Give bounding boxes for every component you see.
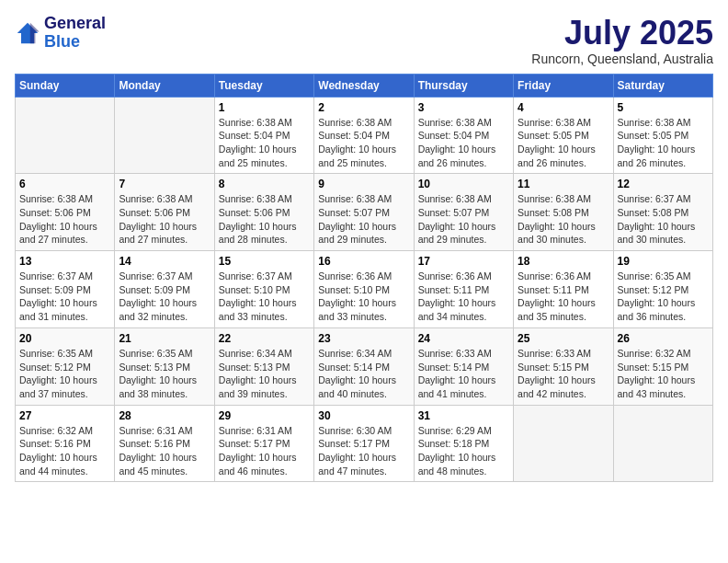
day-number: 7: [119, 178, 210, 190]
calendar-cell: 16Sunrise: 6:36 AM Sunset: 5:10 PM Dayli…: [314, 251, 414, 328]
day-number: 13: [19, 255, 110, 268]
day-info: Sunrise: 6:35 AM Sunset: 5:12 PM Dayligh…: [19, 347, 110, 401]
day-number: 14: [119, 255, 210, 268]
day-number: 20: [19, 332, 110, 345]
day-number: 21: [119, 332, 210, 345]
day-info: Sunrise: 6:37 AM Sunset: 5:09 PM Dayligh…: [19, 270, 110, 324]
day-number: 30: [318, 409, 409, 422]
month-title: July 2025: [531, 15, 713, 52]
day-info: Sunrise: 6:29 AM Sunset: 5:18 PM Dayligh…: [418, 424, 509, 478]
day-info: Sunrise: 6:33 AM Sunset: 5:14 PM Dayligh…: [418, 347, 509, 401]
day-info: Sunrise: 6:32 AM Sunset: 5:15 PM Dayligh…: [618, 347, 709, 401]
day-info: Sunrise: 6:38 AM Sunset: 5:06 PM Dayligh…: [19, 192, 110, 247]
calendar-cell: 18Sunrise: 6:36 AM Sunset: 5:11 PM Dayli…: [514, 251, 613, 328]
calendar-cell: 27Sunrise: 6:32 AM Sunset: 5:16 PM Dayli…: [16, 405, 115, 482]
weekday-header-thursday: Thursday: [414, 74, 513, 97]
day-number: 29: [219, 409, 310, 422]
calendar-table: SundayMondayTuesdayWednesdayThursdayFrid…: [15, 74, 713, 483]
calendar-cell: 7Sunrise: 6:38 AM Sunset: 5:06 PM Daylig…: [115, 174, 214, 251]
day-number: 28: [119, 409, 210, 422]
week-row-1: 1Sunrise: 6:38 AM Sunset: 5:04 PM Daylig…: [16, 97, 713, 174]
calendar-cell: 3Sunrise: 6:38 AM Sunset: 5:04 PM Daylig…: [414, 97, 513, 174]
day-info: Sunrise: 6:37 AM Sunset: 5:10 PM Dayligh…: [219, 270, 310, 324]
day-info: Sunrise: 6:38 AM Sunset: 5:06 PM Dayligh…: [219, 192, 310, 247]
week-row-3: 13Sunrise: 6:37 AM Sunset: 5:09 PM Dayli…: [16, 251, 713, 328]
logo-text-general: General: [44, 15, 106, 33]
day-info: Sunrise: 6:37 AM Sunset: 5:08 PM Dayligh…: [618, 192, 709, 247]
day-info: Sunrise: 6:36 AM Sunset: 5:11 PM Dayligh…: [518, 270, 609, 324]
day-number: 5: [618, 101, 709, 114]
calendar-cell: 10Sunrise: 6:38 AM Sunset: 5:07 PM Dayli…: [414, 174, 513, 251]
calendar-cell: 12Sunrise: 6:37 AM Sunset: 5:08 PM Dayli…: [613, 174, 712, 251]
day-number: 6: [19, 178, 110, 190]
logo: General Blue: [15, 15, 106, 52]
day-info: Sunrise: 6:38 AM Sunset: 5:05 PM Dayligh…: [618, 116, 709, 170]
calendar-cell: 28Sunrise: 6:31 AM Sunset: 5:16 PM Dayli…: [115, 405, 214, 482]
week-row-4: 20Sunrise: 6:35 AM Sunset: 5:12 PM Dayli…: [16, 327, 713, 405]
calendar-cell: 11Sunrise: 6:38 AM Sunset: 5:08 PM Dayli…: [514, 174, 613, 251]
day-info: Sunrise: 6:30 AM Sunset: 5:17 PM Dayligh…: [318, 424, 409, 478]
day-number: 26: [618, 332, 709, 345]
day-number: 8: [219, 178, 310, 190]
logo-text-blue: Blue: [44, 33, 106, 52]
calendar-cell: 15Sunrise: 6:37 AM Sunset: 5:10 PM Dayli…: [214, 251, 313, 328]
day-info: Sunrise: 6:38 AM Sunset: 5:06 PM Dayligh…: [119, 192, 210, 247]
calendar-cell: 1Sunrise: 6:38 AM Sunset: 5:04 PM Daylig…: [214, 97, 313, 174]
calendar-cell: 30Sunrise: 6:30 AM Sunset: 5:17 PM Dayli…: [314, 405, 414, 482]
day-info: Sunrise: 6:38 AM Sunset: 5:08 PM Dayligh…: [518, 192, 609, 247]
day-number: 4: [518, 101, 609, 114]
day-info: Sunrise: 6:33 AM Sunset: 5:15 PM Dayligh…: [518, 347, 609, 401]
calendar-cell: 5Sunrise: 6:38 AM Sunset: 5:05 PM Daylig…: [613, 97, 712, 174]
weekday-header-row: SundayMondayTuesdayWednesdayThursdayFrid…: [16, 74, 713, 97]
day-info: Sunrise: 6:38 AM Sunset: 5:07 PM Dayligh…: [318, 192, 409, 247]
calendar-cell: 19Sunrise: 6:35 AM Sunset: 5:12 PM Dayli…: [613, 251, 712, 328]
day-info: Sunrise: 6:38 AM Sunset: 5:05 PM Dayligh…: [518, 116, 609, 170]
day-number: 3: [418, 101, 509, 114]
day-info: Sunrise: 6:38 AM Sunset: 5:04 PM Dayligh…: [219, 116, 310, 170]
logo-icon: [15, 20, 40, 46]
calendar-cell: 29Sunrise: 6:31 AM Sunset: 5:17 PM Dayli…: [214, 405, 313, 482]
calendar-cell: 23Sunrise: 6:34 AM Sunset: 5:14 PM Dayli…: [314, 327, 414, 405]
day-info: Sunrise: 6:36 AM Sunset: 5:11 PM Dayligh…: [418, 270, 509, 324]
weekday-header-monday: Monday: [115, 74, 214, 97]
title-block: July 2025 Runcorn, Queensland, Australia: [531, 15, 713, 66]
day-info: Sunrise: 6:37 AM Sunset: 5:09 PM Dayligh…: [119, 270, 210, 324]
day-info: Sunrise: 6:32 AM Sunset: 5:16 PM Dayligh…: [19, 424, 110, 478]
calendar-cell: 25Sunrise: 6:33 AM Sunset: 5:15 PM Dayli…: [514, 327, 613, 405]
calendar-cell: [514, 405, 613, 482]
weekday-header-sunday: Sunday: [16, 74, 115, 97]
weekday-header-tuesday: Tuesday: [214, 74, 313, 97]
weekday-header-friday: Friday: [514, 74, 613, 97]
calendar-cell: 17Sunrise: 6:36 AM Sunset: 5:11 PM Dayli…: [414, 251, 513, 328]
day-info: Sunrise: 6:35 AM Sunset: 5:13 PM Dayligh…: [119, 347, 210, 401]
day-number: 19: [618, 255, 709, 268]
day-number: 22: [219, 332, 310, 345]
day-number: 12: [618, 178, 709, 190]
calendar-cell: 8Sunrise: 6:38 AM Sunset: 5:06 PM Daylig…: [214, 174, 313, 251]
day-number: 18: [518, 255, 609, 268]
day-number: 25: [518, 332, 609, 345]
day-info: Sunrise: 6:31 AM Sunset: 5:17 PM Dayligh…: [219, 424, 310, 478]
day-number: 9: [318, 178, 409, 190]
calendar-cell: 31Sunrise: 6:29 AM Sunset: 5:18 PM Dayli…: [414, 405, 513, 482]
day-info: Sunrise: 6:38 AM Sunset: 5:04 PM Dayligh…: [318, 116, 409, 170]
day-info: Sunrise: 6:38 AM Sunset: 5:04 PM Dayligh…: [418, 116, 509, 170]
calendar-cell: [115, 97, 214, 174]
weekday-header-saturday: Saturday: [613, 74, 712, 97]
day-info: Sunrise: 6:35 AM Sunset: 5:12 PM Dayligh…: [618, 270, 709, 324]
day-number: 17: [418, 255, 509, 268]
calendar-cell: 9Sunrise: 6:38 AM Sunset: 5:07 PM Daylig…: [314, 174, 414, 251]
page-header: General Blue July 2025 Runcorn, Queensla…: [15, 15, 713, 66]
weekday-header-wednesday: Wednesday: [314, 74, 414, 97]
calendar-cell: [16, 97, 115, 174]
day-number: 1: [219, 101, 310, 114]
day-number: 31: [418, 409, 509, 422]
day-info: Sunrise: 6:34 AM Sunset: 5:14 PM Dayligh…: [318, 347, 409, 401]
calendar-cell: 21Sunrise: 6:35 AM Sunset: 5:13 PM Dayli…: [115, 327, 214, 405]
day-number: 15: [219, 255, 310, 268]
calendar-cell: 24Sunrise: 6:33 AM Sunset: 5:14 PM Dayli…: [414, 327, 513, 405]
day-number: 16: [318, 255, 409, 268]
calendar-cell: [613, 405, 712, 482]
day-info: Sunrise: 6:38 AM Sunset: 5:07 PM Dayligh…: [418, 192, 509, 247]
day-info: Sunrise: 6:31 AM Sunset: 5:16 PM Dayligh…: [119, 424, 210, 478]
